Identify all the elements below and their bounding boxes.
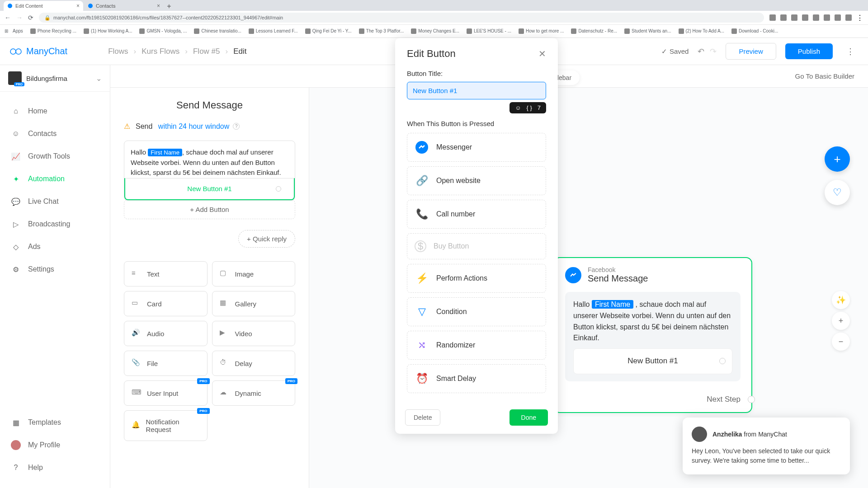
ext-icon[interactable] [824, 14, 830, 21]
option-website[interactable]: 🔗Open website [407, 166, 546, 195]
block-text[interactable]: ≡Text [124, 261, 208, 286]
chat-popup[interactable]: Anzhelika from ManyChat Hey Leon, You've… [683, 418, 850, 474]
browser-tab[interactable]: Contacts × [84, 1, 164, 11]
nav-growth[interactable]: 📈Growth Tools [0, 145, 110, 168]
ext-icon[interactable] [845, 14, 852, 21]
org-selector[interactable]: PRO Bildungsfirma ⌄ [0, 65, 110, 92]
undo-icon[interactable]: ↶ [698, 47, 704, 56]
zoom-out-icon[interactable]: − [832, 333, 850, 351]
ext-icon[interactable] [769, 14, 776, 21]
breadcrumb-item[interactable]: Flow #5 [193, 47, 220, 56]
nav-ads[interactable]: ◇Ads [0, 235, 110, 258]
send-window-row: ⚠ Send within 24 hour window ? [124, 122, 295, 131]
preview-button[interactable]: Preview [726, 43, 776, 60]
option-smart-delay[interactable]: ⏰Smart Delay [407, 364, 546, 393]
canvas-area[interactable]: Go To Basic Builder 👈 Edit step in sideb… [110, 65, 868, 488]
delete-button[interactable]: Delete [405, 409, 440, 426]
message-text-box[interactable]: Hallo First Name, schaue doch mal auf un… [124, 141, 295, 201]
forward-icon[interactable]: → [16, 14, 23, 21]
bookmark[interactable]: The Top 3 Platfor... [356, 28, 407, 35]
node-button[interactable]: New Button #1 [573, 348, 732, 374]
nav-home[interactable]: ⌂Home [0, 100, 110, 122]
block-user-input[interactable]: ⌨User InputPRO [124, 380, 208, 406]
bookmark[interactable]: LEE'S HOUSE - ... [464, 28, 514, 35]
variable-icon[interactable]: { } [526, 104, 532, 111]
option-randomizer[interactable]: ⤭Randomizer [407, 331, 546, 360]
block-image[interactable]: ▢Image [212, 261, 296, 286]
block-card[interactable]: ▭Card [124, 291, 208, 316]
add-button[interactable]: + Add Button [124, 200, 295, 219]
bookmark[interactable]: (1) How Working A... [81, 28, 135, 35]
ext-icon[interactable] [780, 14, 787, 21]
option-actions[interactable]: ⚡Perform Actions [407, 264, 546, 293]
nav-profile[interactable]: My Profile [0, 434, 110, 456]
bookmark[interactable]: Apps [10, 28, 26, 34]
nav-livechat[interactable]: 💬Live Chat [0, 190, 110, 213]
button-title-input[interactable] [407, 82, 546, 99]
bookmark[interactable]: Student Wants an... [622, 28, 674, 35]
publish-button[interactable]: Publish [785, 43, 833, 59]
flow-node[interactable]: Facebook Send Message Hallo First Name ,… [553, 257, 752, 413]
bookmark[interactable]: Download - Cooki... [729, 28, 781, 35]
reload-icon[interactable]: ⟳ [28, 14, 33, 21]
bookmark[interactable]: Datenschutz - Re... [568, 28, 620, 35]
nav-contacts[interactable]: ☺Contacts [0, 122, 110, 145]
url-bar[interactable]: 🔒 manychat.com/fb19815020819206186/cms/f… [39, 13, 764, 23]
option-call[interactable]: 📞Call number [407, 200, 546, 229]
new-tab-button[interactable]: + [165, 2, 174, 11]
block-gallery[interactable]: ▦Gallery [212, 291, 296, 316]
nav-broadcasting[interactable]: ▷Broadcasting [0, 213, 110, 235]
done-button[interactable]: Done [509, 409, 548, 426]
send-window-link[interactable]: within 24 hour window [158, 122, 229, 131]
bolt-icon: ⚡ [415, 271, 429, 286]
bookmark[interactable]: (2) How To Add A... [676, 28, 727, 35]
bookmark[interactable]: Chinese translatio... [191, 28, 244, 35]
bookmark[interactable]: Phone Recycling ... [28, 28, 79, 35]
ext-icon[interactable] [791, 14, 797, 21]
back-icon[interactable]: ← [5, 14, 11, 21]
block-dynamic[interactable]: ☁DynamicPRO [212, 380, 296, 406]
block-video[interactable]: ▶Video [212, 321, 296, 346]
redo-icon[interactable]: ↷ [710, 47, 717, 56]
emoji-icon[interactable]: ☺ [515, 104, 521, 111]
bookmark[interactable]: How to get more ... [516, 28, 566, 35]
bookmark[interactable]: Lessons Learned F... [246, 28, 301, 35]
block-file[interactable]: 📎File [124, 351, 208, 376]
block-delay[interactable]: ⏱Delay [212, 351, 296, 376]
nav-templates[interactable]: ▦Templates [0, 411, 110, 434]
magic-icon[interactable]: ✨ [832, 291, 850, 309]
favorite-fab[interactable]: ♡ [825, 180, 850, 205]
menu-icon[interactable]: ⋮ [856, 14, 863, 22]
apps-icon[interactable]: ⊞ [5, 28, 8, 33]
browser-tab-active[interactable]: Edit Content × [4, 1, 83, 11]
option-condition[interactable]: ▽Condition [407, 297, 546, 326]
nav-help[interactable]: ?Help [0, 456, 110, 479]
ext-icon[interactable] [835, 14, 841, 21]
help-icon[interactable]: ? [233, 123, 240, 130]
nav-settings[interactable]: ⚙Settings [0, 258, 110, 281]
next-step-port[interactable]: Next Step [554, 391, 751, 412]
bookmark[interactable]: GMSN - Vologda, ... [137, 28, 189, 35]
bookmark[interactable]: Qing Fei De Yi - Y... [302, 28, 354, 35]
tab-close-icon[interactable]: × [157, 3, 160, 9]
quick-reply-button[interactable]: + Quick reply [238, 230, 295, 248]
bookmark[interactable]: Money Changes E... [408, 28, 462, 35]
ext-icon[interactable] [813, 14, 819, 21]
go-basic-builder-link[interactable]: Go To Basic Builder [795, 72, 854, 80]
ext-icon[interactable] [802, 14, 808, 21]
close-icon[interactable]: ✕ [538, 48, 546, 59]
tab-close-icon[interactable]: × [76, 3, 80, 9]
brand-logo[interactable]: ManyChat [9, 45, 67, 58]
first-name-tag[interactable]: First Name [148, 149, 182, 156]
breadcrumb-item[interactable]: Kurs Flows [142, 47, 179, 56]
breadcrumb-item[interactable]: Flows [108, 47, 128, 56]
block-notification[interactable]: 🔔Notification RequestPRO [124, 410, 208, 441]
zoom-in-icon[interactable]: + [832, 312, 850, 330]
nav-automation[interactable]: ✦Automation [0, 168, 110, 190]
option-buy[interactable]: $Buy Button [407, 233, 546, 259]
more-menu-icon[interactable]: ⋮ [842, 47, 859, 56]
add-step-fab[interactable]: + [825, 146, 850, 172]
message-button[interactable]: New Button #1 [124, 178, 295, 201]
option-messenger[interactable]: Messenger [407, 133, 546, 162]
block-audio[interactable]: 🔊Audio [124, 321, 208, 346]
